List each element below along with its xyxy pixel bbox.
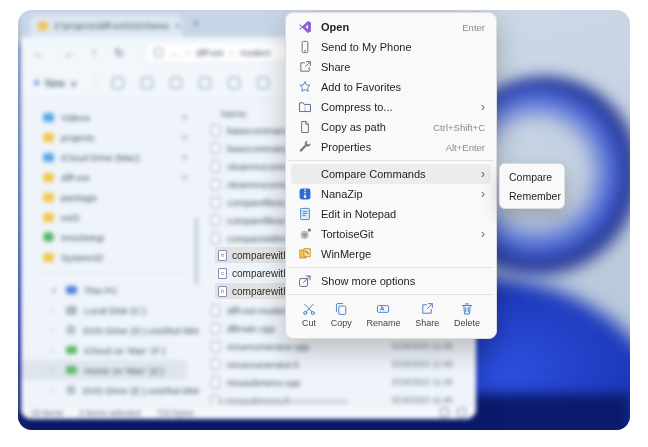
refresh-button[interactable]: ↻ xyxy=(114,46,124,60)
nanazip-icon xyxy=(297,187,312,202)
large-icons-view-button[interactable] xyxy=(457,408,466,417)
new-tab-button[interactable]: + xyxy=(193,17,199,29)
file-date-modified: 5/19/2023 11:46 xyxy=(392,359,468,369)
sidebar-item[interactable]: package xyxy=(21,187,199,207)
pin-icon xyxy=(182,115,187,120)
delete-button[interactable]: Delete xyxy=(454,302,480,328)
file-name: comparewithtopo xyxy=(232,286,291,297)
sidebar-item-label: iCloud Drive (Mac) xyxy=(61,152,140,163)
menu-item-share[interactable]: Share xyxy=(291,57,491,77)
horizontal-scrollbar[interactable] xyxy=(216,400,348,403)
zip-folder-icon xyxy=(297,100,312,115)
sidebar-item-icon xyxy=(43,153,54,162)
sidebar-drive-item[interactable]: ∨ This PC xyxy=(21,280,199,300)
sidebar-drive-item[interactable]: › DVD Drive (E:) ext2fsd-0840343 xyxy=(21,380,199,400)
copy-toolbar-icon[interactable] xyxy=(141,77,153,89)
cut-button[interactable]: Cut xyxy=(302,302,316,328)
menu-item-open[interactable]: Open Enter xyxy=(291,17,491,37)
file-row[interactable]: h comparewithtopo xyxy=(215,283,291,299)
chevron-icon[interactable]: ∨ xyxy=(51,286,59,295)
menu-item-compare-commands[interactable]: Compare Commands › xyxy=(291,164,491,184)
menu-item-add-to-favorites[interactable]: Add to Favorites xyxy=(291,77,491,97)
cut-toolbar-icon[interactable] xyxy=(112,77,124,89)
sidebar-item[interactable]: iCloud Drive (Mac) xyxy=(21,147,199,167)
sidebar-drive-item[interactable]: › DVD Drive (D:) ext2fsd-0840343 xyxy=(21,320,199,340)
sidebar-scrollbar[interactable] xyxy=(195,217,198,285)
breadcrumb-root[interactable]: … xyxy=(170,48,179,58)
menu-separator xyxy=(288,294,494,295)
menu-item-show-more-options[interactable]: Show more options xyxy=(291,271,491,291)
chevron-icon[interactable]: › xyxy=(51,306,59,315)
file-icon xyxy=(211,179,220,190)
file-row[interactable]: mrusubmenu.cpp 5/19/2023 11:46 xyxy=(199,373,476,391)
new-button[interactable]: + New ∨ xyxy=(33,76,77,90)
selected-files-group: h comparewithmru c comparewithtopo h com… xyxy=(215,247,291,301)
sidebar-drive-item[interactable]: › Home on 'Mac' (Z:) xyxy=(21,360,187,380)
navigation-pane: Videos projects iCloud Drive (Mac) xyxy=(21,99,199,405)
sidebar-item[interactable]: Videos xyxy=(21,107,199,127)
file-icon xyxy=(211,125,220,136)
breadcrumb-item[interactable]: diff-ext xyxy=(196,48,223,58)
empty-icon-spacer xyxy=(297,167,312,182)
sidebar-item[interactable]: diff-ext xyxy=(21,167,199,187)
submenu-item-compare[interactable]: Compare xyxy=(500,167,564,186)
chevron-icon[interactable]: › xyxy=(51,386,59,395)
file-date-modified: 5/19/2023 11:46 xyxy=(392,341,468,351)
copy-button[interactable]: Copy xyxy=(331,302,352,328)
menu-item-compress-to[interactable]: Compress to... › xyxy=(291,97,491,117)
menu-item-nanazip[interactable]: NanaZip › xyxy=(291,184,491,204)
back-button[interactable]: ← xyxy=(33,46,45,60)
menu-item-tortoisegit[interactable]: TortoiseGit › xyxy=(291,224,491,244)
breadcrumb-separator: › xyxy=(186,48,189,58)
notepad-icon xyxy=(297,207,312,222)
menu-item-send-to-phone[interactable]: Send to My Phone xyxy=(291,37,491,57)
file-row[interactable]: mruenumerator.h 5/19/2023 11:46 xyxy=(199,355,476,373)
share-button[interactable]: Share xyxy=(415,302,439,328)
menu-item-copy-as-path[interactable]: Copy as path Ctrl+Shift+C xyxy=(291,117,491,137)
rename-toolbar-icon[interactable] xyxy=(199,77,211,89)
chevron-icon[interactable]: › xyxy=(51,346,59,355)
sidebar-item-icon xyxy=(43,193,54,202)
chevron-icon[interactable]: › xyxy=(51,366,59,375)
chevron-icon[interactable]: › xyxy=(51,326,59,335)
file-row[interactable]: c comparewithtopo xyxy=(215,265,291,281)
share-toolbar-icon[interactable] xyxy=(228,77,240,89)
drive-icon xyxy=(66,325,76,335)
file-date-modified: 5/19/2023 11:46 xyxy=(392,395,468,405)
file-icon xyxy=(211,341,220,352)
submenu-arrow-icon: › xyxy=(481,168,485,180)
details-view-button[interactable] xyxy=(440,408,449,417)
menu-item-winmerge[interactable]: WinMerge xyxy=(291,244,491,264)
menu-item-properties[interactable]: Properties Alt+Enter xyxy=(291,137,491,157)
file-row[interactable]: mruenumerator.cpp 5/19/2023 11:46 xyxy=(199,337,476,355)
up-button[interactable]: ↑ xyxy=(91,46,97,60)
sidebar-item-icon xyxy=(43,232,54,242)
drive-label: DVD Drive (E:) ext2fsd-0840343 xyxy=(83,385,199,396)
sidebar-drive-item[interactable]: › Local Disk (C:) xyxy=(21,300,199,320)
drive-icon xyxy=(66,286,77,294)
forward-button[interactable]: → xyxy=(62,46,74,60)
submenu-arrow-icon: › xyxy=(481,101,485,113)
submenu-item-remember[interactable]: Remember xyxy=(500,186,564,205)
breadcrumb-item[interactable]: modern xyxy=(240,48,271,58)
explorer-tab[interactable]: Z:\projects\diff-ext\2023\wine × xyxy=(30,15,182,37)
sidebar-item[interactable]: projects xyxy=(21,127,199,147)
sidebar-item[interactable]: ext3 xyxy=(21,207,199,227)
file-row[interactable]: h comparewithmru xyxy=(215,247,291,263)
paste-toolbar-icon[interactable] xyxy=(170,77,182,89)
submenu-arrow-icon: › xyxy=(481,228,485,240)
sidebar-item[interactable]: InnoSetup xyxy=(21,227,199,247)
drive-label: Local Disk (C:) xyxy=(84,305,146,316)
menu-separator xyxy=(288,160,494,161)
sidebar-item[interactable]: System32 xyxy=(21,247,199,267)
delete-toolbar-icon[interactable] xyxy=(257,77,269,89)
rename-button[interactable]: Rename xyxy=(366,302,400,328)
sidebar-item-label: System32 xyxy=(61,252,103,263)
toolbar-divider xyxy=(94,75,95,91)
share-icon xyxy=(297,60,312,75)
folder-icon xyxy=(38,22,48,30)
menu-item-edit-in-notepad[interactable]: Edit in Notepad xyxy=(291,204,491,224)
sidebar-item-icon xyxy=(43,133,54,142)
sidebar-drive-item[interactable]: › iCloud on 'Mac' (F:) xyxy=(21,340,199,360)
tab-close-icon[interactable]: × xyxy=(175,21,180,31)
